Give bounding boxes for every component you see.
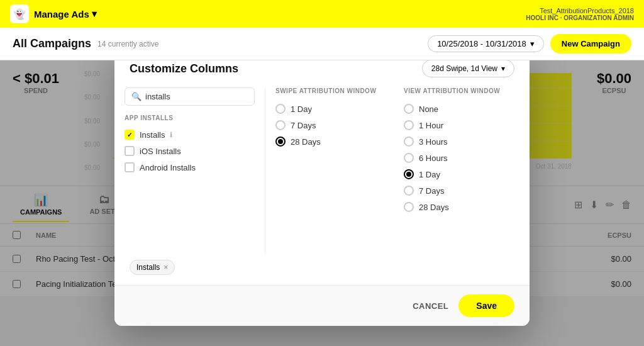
chevron-down-icon: ▾ bbox=[92, 8, 97, 20]
modal-header: Customize Columns 28d Swipe, 1d View ▾ bbox=[114, 60, 530, 77]
view-3hours[interactable]: 3 Hours bbox=[404, 133, 519, 150]
nav-title[interactable]: Manage Ads ▾ bbox=[34, 8, 97, 20]
view-none[interactable]: None bbox=[404, 101, 519, 117]
tag-installs: Installs × bbox=[130, 260, 175, 275]
checkbox-ios-installs[interactable]: iOS Installs bbox=[125, 143, 255, 159]
username: Test_AttributionProducts_2018 bbox=[526, 7, 634, 14]
ios-installs-checkbox[interactable] bbox=[125, 146, 135, 156]
view-1hour[interactable]: 1 Hour bbox=[404, 117, 519, 133]
active-count: 14 currently active bbox=[97, 40, 158, 48]
user-info: Test_AttributionProducts_2018 HOOLI INC … bbox=[526, 7, 634, 21]
modal-body: 🔍 APP INSTALLS Installs ℹ iOS Installs A… bbox=[114, 77, 530, 254]
customize-columns-modal: Customize Columns 28d Swipe, 1d View ▾ 🔍… bbox=[114, 60, 530, 326]
swipe-1day[interactable]: 1 Day bbox=[275, 101, 391, 117]
checkbox-installs[interactable]: Installs ℹ bbox=[125, 126, 255, 143]
modal-title: Customize Columns bbox=[130, 62, 238, 75]
chevron-down-icon: ▾ bbox=[501, 64, 505, 73]
cancel-button[interactable]: CANCEL bbox=[413, 301, 448, 310]
search-box[interactable]: 🔍 bbox=[125, 87, 255, 106]
search-input[interactable] bbox=[145, 92, 248, 101]
view-6hours[interactable]: 6 Hours bbox=[404, 150, 519, 166]
swipe-attribution-title: SWIPE ATTRIBUTION WINDOW bbox=[275, 87, 391, 94]
installs-checkbox[interactable] bbox=[125, 130, 135, 140]
attribution-window-button[interactable]: 28d Swipe, 1d View ▾ bbox=[422, 60, 514, 77]
header-left: All Campaigns 14 currently active bbox=[13, 37, 158, 50]
swipe-28days[interactable]: 28 Days bbox=[275, 133, 391, 150]
ios-installs-label: iOS Installs bbox=[140, 146, 181, 155]
view-attribution-title: VIEW ATTRIBUTION WINDOW bbox=[404, 87, 519, 94]
selected-tags-area: Installs × bbox=[114, 254, 530, 285]
view-3hours-radio[interactable] bbox=[404, 137, 414, 147]
nav-left: 👻 Manage Ads ▾ bbox=[10, 4, 97, 23]
page-header: All Campaigns 14 currently active 10/25/… bbox=[0, 28, 644, 60]
modal-footer: CANCEL Save bbox=[114, 285, 530, 326]
chevron-down-icon: ▾ bbox=[530, 39, 535, 48]
installs-info-icon[interactable]: ℹ bbox=[170, 130, 172, 138]
nav-title-text: Manage Ads bbox=[34, 9, 89, 20]
column-search-panel: 🔍 APP INSTALLS Installs ℹ iOS Installs A… bbox=[114, 87, 265, 254]
swipe-28days-radio[interactable] bbox=[275, 137, 286, 147]
org-label: HOOLI INC · ORGANIZATION ADMIN bbox=[526, 14, 634, 21]
date-range-button[interactable]: 10/25/2018 - 10/31/2018 ▾ bbox=[428, 35, 544, 52]
save-button[interactable]: Save bbox=[458, 294, 514, 317]
attribution-panel: SWIPE ATTRIBUTION WINDOW 1 Day 7 Days 28… bbox=[265, 87, 530, 254]
top-nav: 👻 Manage Ads ▾ Test_AttributionProducts_… bbox=[0, 0, 644, 28]
view-6hours-radio[interactable] bbox=[404, 153, 414, 163]
view-7days[interactable]: 7 Days bbox=[404, 182, 519, 199]
new-campaign-button[interactable]: New Campaign bbox=[550, 34, 631, 53]
view-28days-radio[interactable] bbox=[404, 202, 414, 212]
view-7days-radio[interactable] bbox=[404, 186, 414, 196]
checkbox-android-installs[interactable]: Android Installs bbox=[125, 159, 255, 176]
tag-label: Installs bbox=[136, 263, 160, 272]
swipe-7days[interactable]: 7 Days bbox=[275, 117, 391, 133]
app-logo: 👻 bbox=[10, 4, 29, 23]
view-1day-radio[interactable] bbox=[404, 169, 414, 179]
section-app-installs-label: APP INSTALLS bbox=[125, 114, 255, 121]
view-28days[interactable]: 28 Days bbox=[404, 199, 519, 215]
date-range-text: 10/25/2018 - 10/31/2018 bbox=[437, 39, 526, 48]
swipe-1day-radio[interactable] bbox=[275, 104, 286, 114]
tag-close-icon[interactable]: × bbox=[164, 263, 168, 272]
installs-label: Installs bbox=[140, 130, 165, 139]
view-1hour-radio[interactable] bbox=[404, 120, 414, 130]
page-title: All Campaigns bbox=[13, 37, 91, 50]
attribution-btn-label: 28d Swipe, 1d View bbox=[431, 64, 497, 73]
search-icon: 🔍 bbox=[131, 92, 142, 101]
swipe-7days-radio[interactable] bbox=[275, 120, 286, 130]
view-1day[interactable]: 1 Day bbox=[404, 166, 519, 182]
view-none-radio[interactable] bbox=[404, 104, 414, 114]
android-installs-label: Android Installs bbox=[140, 162, 196, 172]
main-content: < $0.01 SPEND $0.00 $0.00 $0.00 $0.00 $0… bbox=[0, 60, 644, 346]
android-installs-checkbox[interactable] bbox=[125, 162, 135, 172]
view-attribution-col: VIEW ATTRIBUTION WINDOW None 1 Hour 3 Ho… bbox=[404, 87, 519, 254]
swipe-attribution-col: SWIPE ATTRIBUTION WINDOW 1 Day 7 Days 28… bbox=[275, 87, 391, 254]
